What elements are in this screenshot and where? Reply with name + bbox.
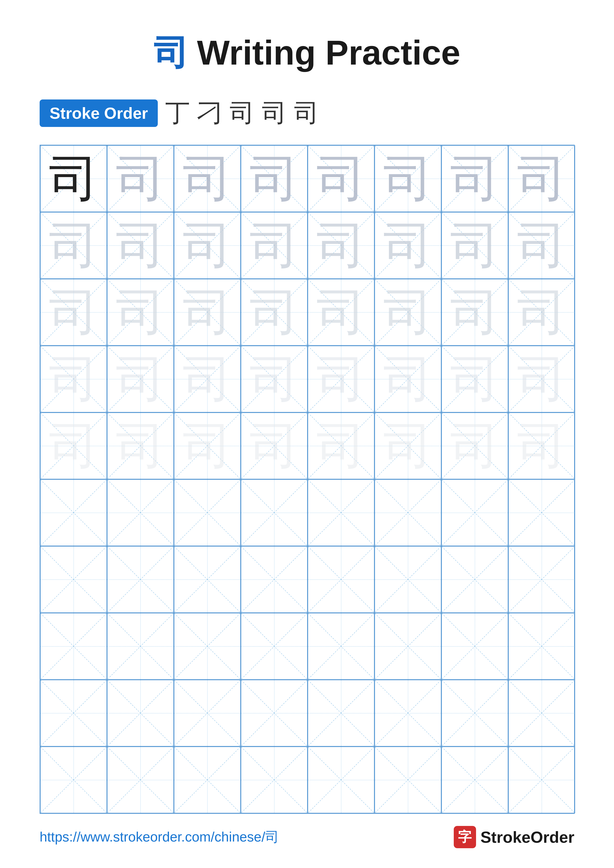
grid-cell[interactable]: 司 (40, 279, 107, 346)
grid-cell[interactable] (241, 613, 308, 680)
grid-cell[interactable]: 司 (40, 212, 107, 279)
grid-cell[interactable] (107, 613, 174, 680)
grid-cell[interactable] (441, 613, 508, 680)
svg-line-87 (241, 480, 307, 546)
grid-cell[interactable]: 司 (40, 412, 107, 479)
grid-cell[interactable]: 司 (107, 145, 174, 212)
grid-cell[interactable] (107, 479, 174, 546)
grid-cell[interactable]: 司 (375, 212, 441, 279)
grid-cell[interactable]: 司 (107, 346, 174, 412)
grid-cell[interactable] (375, 613, 441, 680)
grid-cell[interactable] (441, 546, 508, 613)
grid-cell[interactable] (508, 680, 575, 747)
grid-cell[interactable] (107, 747, 174, 813)
grid-cell[interactable]: 司 (441, 279, 508, 346)
grid-cell[interactable] (375, 479, 441, 546)
svg-line-137 (308, 680, 374, 746)
grid-cell[interactable]: 司 (308, 145, 375, 212)
grid-cell[interactable] (241, 479, 308, 546)
grid-cell[interactable]: 司 (375, 279, 441, 346)
grid-cell[interactable]: 司 (174, 412, 241, 479)
grid-cell[interactable] (441, 479, 508, 546)
grid-cell[interactable] (441, 747, 508, 813)
grid-cell[interactable] (308, 680, 375, 747)
footer-url[interactable]: https://www.strokeorder.com/chinese/司 (40, 828, 279, 846)
grid-cell[interactable]: 司 (375, 346, 441, 412)
grid-cell[interactable] (241, 680, 308, 747)
svg-line-155 (375, 747, 441, 813)
svg-line-82 (107, 480, 173, 546)
grid-cell[interactable]: 司 (40, 145, 107, 212)
grid-cell[interactable]: 司 (441, 212, 508, 279)
grid-cell[interactable] (508, 747, 575, 813)
grid-cell[interactable] (40, 680, 107, 747)
grid-cell[interactable]: 司 (174, 279, 241, 346)
svg-line-83 (107, 480, 173, 546)
stroke-order-section: Stroke Order 丁 刁 司 司 司 (0, 96, 614, 130)
grid-cell[interactable]: 司 (241, 145, 308, 212)
grid-cell[interactable] (40, 613, 107, 680)
grid-cell[interactable]: 司 (508, 412, 575, 479)
grid-cell[interactable] (308, 613, 375, 680)
grid-cell[interactable]: 司 (107, 412, 174, 479)
grid-cell[interactable]: 司 (508, 279, 575, 346)
svg-line-120 (308, 614, 374, 679)
stroke-order-chars: 丁 刁 司 司 司 (165, 96, 321, 130)
grid-cell[interactable] (441, 680, 508, 747)
grid-cell[interactable]: 司 (308, 346, 375, 412)
page-title: 司 Writing Practice (0, 0, 614, 96)
grid-cell[interactable]: 司 (441, 412, 508, 479)
svg-line-108 (442, 547, 508, 612)
grid-cell[interactable]: 司 (308, 279, 375, 346)
grid-cell[interactable]: 司 (308, 412, 375, 479)
grid-cell[interactable] (241, 747, 308, 813)
footer-logo-icon: 字 (454, 826, 476, 848)
svg-line-123 (375, 614, 441, 679)
grid-cell[interactable] (375, 747, 441, 813)
grid-cell[interactable]: 司 (241, 279, 308, 346)
grid-cell[interactable]: 司 (375, 412, 441, 479)
grid-cell[interactable]: 司 (40, 346, 107, 412)
grid-cell[interactable] (308, 546, 375, 613)
grid-cell[interactable] (508, 479, 575, 546)
svg-line-95 (509, 480, 575, 546)
grid-cell[interactable] (40, 546, 107, 613)
grid-cell[interactable]: 司 (174, 346, 241, 412)
grid-cell[interactable] (241, 546, 308, 613)
grid-cell[interactable]: 司 (174, 212, 241, 279)
grid-cell[interactable] (508, 613, 575, 680)
grid-cell[interactable] (174, 479, 241, 546)
grid-cell[interactable] (508, 546, 575, 613)
grid-cell[interactable]: 司 (241, 212, 308, 279)
grid-cell[interactable]: 司 (241, 346, 308, 412)
grid-cell[interactable] (308, 747, 375, 813)
grid-cell[interactable] (375, 680, 441, 747)
grid-cell[interactable] (174, 613, 241, 680)
grid-cell[interactable]: 司 (441, 145, 508, 212)
grid-cell[interactable] (40, 479, 107, 546)
grid-cell[interactable] (174, 747, 241, 813)
grid-cell[interactable] (375, 546, 441, 613)
grid-cell[interactable]: 司 (174, 145, 241, 212)
grid-cell[interactable]: 司 (508, 346, 575, 412)
grid-cell[interactable] (308, 479, 375, 546)
grid-cell[interactable]: 司 (107, 279, 174, 346)
grid-cell[interactable]: 司 (375, 145, 441, 212)
grid-cell[interactable]: 司 (241, 412, 308, 479)
grid-cell[interactable]: 司 (441, 346, 508, 412)
grid-cell[interactable] (40, 747, 107, 813)
grid-cell[interactable]: 司 (508, 145, 575, 212)
svg-line-153 (308, 747, 374, 813)
svg-line-97 (40, 547, 107, 612)
grid-cell[interactable]: 司 (308, 212, 375, 279)
svg-line-104 (308, 547, 374, 612)
svg-line-110 (509, 547, 575, 612)
grid-cell[interactable] (107, 680, 174, 747)
grid-cell[interactable] (107, 546, 174, 613)
svg-line-124 (442, 614, 508, 679)
grid-cell[interactable] (174, 546, 241, 613)
svg-line-118 (241, 614, 307, 679)
grid-cell[interactable] (174, 680, 241, 747)
grid-cell[interactable]: 司 (508, 212, 575, 279)
grid-cell[interactable]: 司 (107, 212, 174, 279)
